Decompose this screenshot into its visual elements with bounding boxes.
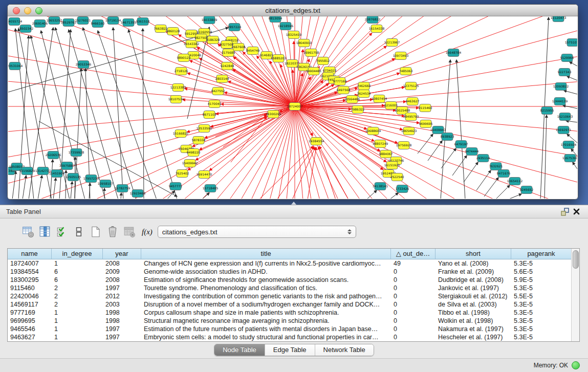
show-columns-button[interactable] [38,225,52,238]
citation-edge-black[interactable] [570,62,577,66]
graph-node[interactable]: 16648784 [446,49,462,57]
graph-node[interactable]: 9227343 [558,69,572,76]
graph-node[interactable]: 18529763 [61,19,77,27]
table-row[interactable]: 1456911722003Disruption of a novel membe… [8,300,571,309]
graph-node[interactable]: 15276021 [75,17,91,25]
graph-node[interactable]: 12156829 [19,167,35,175]
graph-node[interactable]: 9777169 [333,78,347,85]
graph-node[interactable]: 8938923 [441,133,454,141]
graph-node[interactable]: 9884067 [379,150,393,158]
graph-node[interactable]: 7462660 [357,82,371,90]
graph-node[interactable]: 8471676 [497,170,511,178]
citation-edge-black[interactable] [128,30,177,199]
table-settings-button[interactable] [21,225,35,238]
select-rows-button[interactable] [55,225,69,238]
citation-edge-red[interactable] [190,60,295,106]
graph-node[interactable]: 29053346 [76,61,92,69]
citation-edge-red[interactable] [295,106,576,199]
citation-edge-red[interactable] [237,106,295,199]
citation-edge-black[interactable] [567,76,577,80]
graph-node[interactable]: 10653257 [47,17,62,25]
column-header-2[interactable]: year [103,249,141,259]
graph-node[interactable]: 16782759 [115,185,130,192]
graph-node[interactable]: 20206576 [46,151,61,159]
graph-node[interactable]: 7632621 [489,163,503,170]
graph-node[interactable]: 16033809 [202,16,217,24]
graph-node[interactable]: 11120473 [551,16,567,22]
graph-node[interactable]: 30975887 [59,162,75,170]
graph-node[interactable]: 11675390 [562,155,577,162]
graph-node[interactable]: 8454749 [246,47,260,55]
citation-edge-black[interactable] [456,60,465,199]
citation-edge-black[interactable] [495,185,510,199]
graph-node[interactable]: 13533590 [197,125,212,133]
graph-node[interactable]: 15166822 [173,130,189,138]
citation-network-graph[interactable]: 2405572418502342206914061065325718529763… [8,16,577,199]
table-row[interactable]: 946554611997Estimation of the future num… [8,325,571,333]
graph-node[interactable]: 9115460 [419,104,432,112]
table-row[interactable]: 2242004622012Investigating the contribut… [8,292,571,300]
table-row[interactable]: 1830029562008Estimation of significance … [8,276,571,284]
graph-node[interactable]: 7485063 [399,68,413,75]
table-row[interactable]: 1872400712008Changes of HCN gene express… [8,259,571,268]
graph-node[interactable]: 10654112 [507,178,523,185]
graph-node[interactable]: 16914470 [197,171,212,179]
graph-node[interactable]: 17016504 [561,141,577,149]
graph-node[interactable]: 2718126 [175,68,188,75]
graph-node[interactable]: 20876822 [365,16,381,24]
graph-node[interactable]: 20564486 [344,96,360,103]
citation-edge-red[interactable] [295,106,577,199]
graph-node[interactable]: 15409942 [182,160,198,167]
citation-edge-red[interactable] [295,106,577,199]
graph-node[interactable]: 18502342 [18,25,34,33]
window-titlebar[interactable]: citations_edges.txt [8,5,578,16]
graph-node[interactable]: 18325419 [286,31,302,39]
citation-edge-black[interactable] [50,160,53,199]
column-header-4[interactable]: △ out_de… [391,249,435,259]
graph-node[interactable]: 9699695 [419,120,433,128]
citation-edge-black[interactable] [143,29,144,199]
column-header-3[interactable]: title [141,249,391,259]
citation-edge-red[interactable] [295,106,577,199]
citation-edge-black[interactable] [98,31,157,199]
graph-node[interactable]: 15751074 [565,39,577,47]
graph-node[interactable]: 15692971 [556,126,572,134]
citation-edge-black[interactable] [53,178,56,199]
graph-node[interactable]: 9474444 [465,148,479,156]
graph-node[interactable]: 3624534 [357,90,371,98]
delete-column-button[interactable] [106,225,119,238]
citation-edge-red[interactable] [295,106,577,199]
citation-edge-red[interactable] [209,106,295,170]
graph-node[interactable]: 10973493 [393,52,409,60]
graph-node[interactable]: 4170041 [208,100,222,108]
graph-node[interactable]: 9463627 [406,98,420,105]
citation-edge-black[interactable] [71,182,72,199]
graph-node[interactable]: 14671355 [121,19,137,27]
citation-edge-black[interactable] [484,178,498,196]
citation-edge-black[interactable] [563,105,577,108]
graph-node[interactable]: 19756928 [396,142,412,149]
citation-edge-red[interactable] [295,106,577,199]
table-selector-dropdown[interactable]: citations_edges.txt [158,226,356,238]
citation-edge-red[interactable] [231,117,267,162]
graph-node[interactable]: 9860128 [166,28,180,35]
citation-edge-red[interactable] [295,106,577,199]
citation-edge-red[interactable] [295,106,577,199]
graph-node[interactable]: 10688609 [365,127,381,135]
citation-edge-black[interactable] [452,156,467,176]
graph-node[interactable]: 8813054 [269,16,282,23]
graph-node[interactable]: 7625402 [176,170,189,178]
graph-node[interactable]: 16151920 [384,162,400,169]
graph-node[interactable]: 14138141 [373,183,388,190]
graph-node[interactable]: 16210643 [557,113,573,121]
citation-edge-black[interactable] [508,194,521,199]
graph-node[interactable]: 2803144 [215,75,229,83]
citation-edge-black[interactable] [113,28,123,199]
table-row[interactable]: 969969511998Structural magnetic resonanc… [8,317,571,325]
graph-node[interactable]: 10719134 [105,17,121,25]
tab-node-table[interactable]: Node Table [214,344,265,356]
table-row[interactable]: 977716911998Corpus callosum shape and si… [8,309,571,317]
graph-node[interactable]: 2935114 [476,155,490,162]
graph-node[interactable]: 17957233 [83,175,99,183]
graph-node[interactable]: 9498220 [187,149,201,157]
